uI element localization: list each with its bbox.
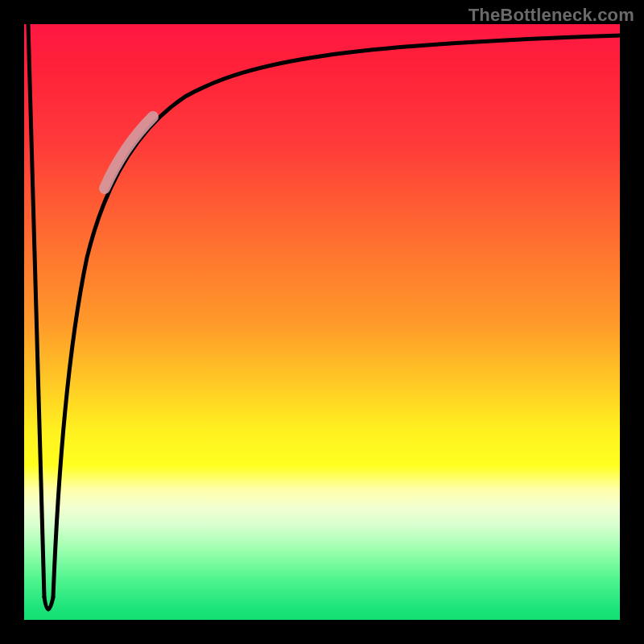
curve-valley (44, 597, 53, 609)
curve-highlight-segment (105, 117, 153, 188)
curve-layer (24, 24, 620, 620)
watermark-text: TheBottleneck.com (469, 5, 634, 26)
curve-main (53, 35, 620, 597)
curve-left-edge (28, 24, 44, 597)
chart-frame: TheBottleneck.com (0, 0, 644, 644)
